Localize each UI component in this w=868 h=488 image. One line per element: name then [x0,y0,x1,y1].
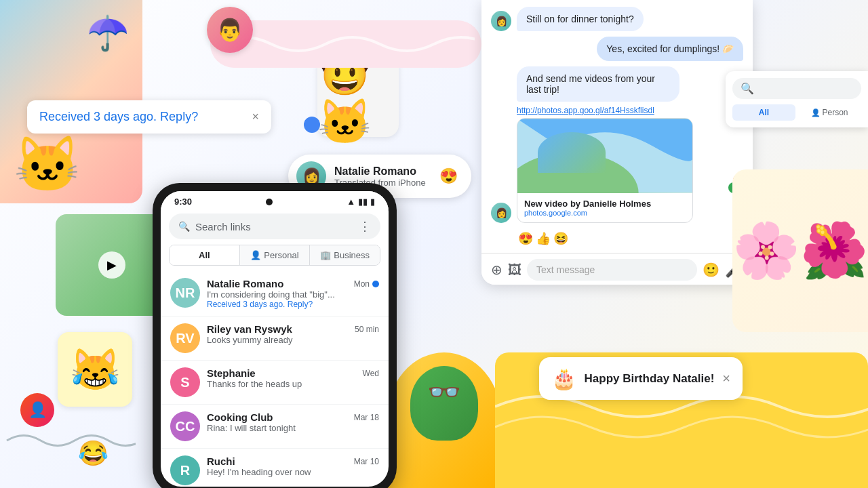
conv-avatar-natalie: NR [170,278,200,308]
chat-message-2: Yes, excited for dumplings! 🥟 [491,37,743,61]
tab-all[interactable]: All [170,245,240,265]
camera-dot [266,199,273,205]
chat-input-area: ⊕ 🖼 Text message 🙂 🎤 [481,253,753,285]
conversation-list: NR Natalie Romano Mon I'm considering do… [161,271,389,487]
search-panel-tabs: All 👤Person [732,104,861,121]
tab-personal[interactable]: 👤 Personal [240,245,311,265]
link-preview-image [517,119,692,193]
add-attachment-button[interactable]: ⊕ [491,262,502,278]
chat-message-1: 👩 Still on for dinner tonight? [491,7,743,31]
status-bar: 9:30 ▲▮▮▮ [161,191,389,209]
conv-avatar-ruchi: R [170,455,200,485]
search-panel-input[interactable]: 🔍 [732,78,861,99]
conv-preview-cooking: Rina: I will start tonight [207,423,379,433]
image-button[interactable]: 🖼 [508,262,521,278]
conv-time-stephanie: Wed [363,369,379,378]
reaction-thumbs-up[interactable]: 👍 [536,231,551,246]
unread-indicator [372,281,379,287]
cat-hat-sticker: 🤠🐱 [317,56,399,137]
conv-body-natalie: Natalie Romano Mon I'm considering doing… [207,278,379,309]
conversation-cooking-club[interactable]: CC Cooking Club Mar 18 Rina: I will star… [161,405,389,449]
tab-all-label: All [199,250,210,260]
conv-preview-natalie: I'm considering doing that "big"... [207,289,379,300]
conv-avatar-cooking: CC [170,411,200,441]
reply-banner: Received 3 days ago. Reply? × [27,100,271,134]
phone-search-bar[interactable]: 🔍 Search links ⋮ [169,214,380,239]
conversation-riley[interactable]: RV Riley van Ryswyk 50 min Looks yummy a… [161,317,389,361]
conv-header-riley: Riley van Ryswyk 50 min [207,323,379,335]
conv-body-cooking: Cooking Club Mar 18 Rina: I will start t… [207,411,379,433]
blue-dot-decoration [304,117,320,133]
emoji-button[interactable]: 🙂 [703,262,719,278]
person-face-illustration: 👓 [410,366,478,441]
conv-body-riley: Riley van Ryswyk 50 min Looks yummy alre… [207,323,379,345]
link-preview-card[interactable]: New video by Danielle Holmes photos.goog… [517,118,693,223]
conv-reply-hint-natalie[interactable]: Received 3 days ago. Reply? [207,300,379,309]
conv-header-cooking: Cooking Club Mar 18 [207,411,379,423]
chat-messages: 👩 Still on for dinner tonight? Yes, exci… [481,0,753,253]
reply-banner-text: Received 3 days ago. Reply? [39,110,245,124]
chat-bubble-received-1: Still on for dinner tonight? [517,7,644,31]
search-panel-icon: 🔍 [741,82,754,95]
phone-time: 9:30 [174,197,192,207]
business-icon: 🏢 [320,250,331,260]
conv-avatar-riley: RV [170,323,200,353]
conv-name-natalie: Natalie Romano [207,278,283,289]
birthday-notification: 🎂 Happy Birthday Natalie! × [539,357,743,400]
reaction-heart-eyes[interactable]: 😍 [518,231,533,246]
conv-time-ruchi: Mar 10 [354,457,379,466]
conv-name-ruchi: Ruchi [207,455,235,467]
filter-tabs: All 👤 Personal 🏢 Business [169,245,380,266]
tab-business[interactable]: 🏢 Business [310,245,380,265]
conv-name-cooking: Cooking Club [207,411,273,423]
message-input[interactable]: Text message [527,259,697,281]
reaction-laugh[interactable]: 😆 [553,231,568,246]
chat-reactions: 😍 👍 😆 [518,231,743,246]
natalie-emoji: 😍 [439,167,458,185]
conv-name-stephanie: Stephanie [207,367,256,379]
flowers-emoji: 🌸🌺 [732,219,868,283]
conversation-stephanie[interactable]: S Stephanie Wed Thanks for the heads up [161,361,389,405]
link-preview-info: New video by Danielle Holmes photos.goog… [517,193,692,222]
conv-header-natalie: Natalie Romano Mon [207,278,379,289]
umbrella-icon: ☂️ [87,14,129,53]
reply-banner-close-button[interactable]: × [252,110,259,124]
conv-preview-ruchi: Hey! I'm heading over now [207,467,379,477]
conv-header-stephanie: Stephanie Wed [207,367,379,379]
play-button[interactable]: ▶ [98,251,125,279]
search-panel: 🔍 All 👤Person [726,71,868,127]
chat-avatar: 👩 [491,11,511,31]
conv-avatar-stephanie: S [170,367,200,397]
phone-mockup: 9:30 ▲▮▮▮ 🔍 Search links ⋮ All 👤 Persona… [153,183,397,488]
cat-illustration: 🐱 [14,133,81,197]
person-icon: 👤 [811,108,821,117]
birthday-cake-icon: 🎂 [551,367,576,390]
chat-panel: 👩 Still on for dinner tonight? Yes, exci… [481,0,753,285]
phone-inner: 9:30 ▲▮▮▮ 🔍 Search links ⋮ All 👤 Persona… [161,191,389,487]
conv-preview-stephanie: Thanks for the heads up [207,379,379,389]
search-icon: 🔍 [178,221,190,232]
conversation-ruchi[interactable]: R Ruchi Mar 10 Hey! I'm heading over now [161,449,389,487]
conv-body-stephanie: Stephanie Wed Thanks for the heads up [207,367,379,389]
chat-bubble-received-3: And send me videos from your last trip! [517,66,679,102]
natalie-name: Natalie Romano [334,165,431,178]
conv-preview-riley: Looks yummy already [207,335,379,345]
more-options-icon[interactable]: ⋮ [359,219,371,234]
search-placeholder: Search links [195,221,353,232]
conversation-natalie-romano[interactable]: NR Natalie Romano Mon I'm considering do… [161,271,389,317]
conv-time-cooking: Mar 18 [354,413,379,422]
birthday-close-button[interactable]: × [722,371,730,386]
search-tab-all[interactable]: All [732,104,795,121]
personal-icon: 👤 [250,250,261,260]
wave-line-bottom-left [0,427,136,451]
cat-sticker-bottom: 😹 [58,332,132,407]
status-icons: ▲▮▮▮ [347,197,375,207]
flowers-decoration: 🌸🌺 [732,169,868,332]
conv-name-riley: Riley van Ryswyk [207,323,292,335]
chat-link[interactable]: http://photos.app.goo.gl/af14Hsskflisdl [517,106,693,115]
birthday-message: Happy Birthday Natalie! [585,372,715,386]
chat-bubble-sent-2: Yes, excited for dumplings! 🥟 [597,37,743,61]
video-thumbnail[interactable]: ▶ [56,214,167,316]
search-tab-person[interactable]: 👤Person [798,104,861,121]
conv-header-ruchi: Ruchi Mar 10 [207,455,379,467]
